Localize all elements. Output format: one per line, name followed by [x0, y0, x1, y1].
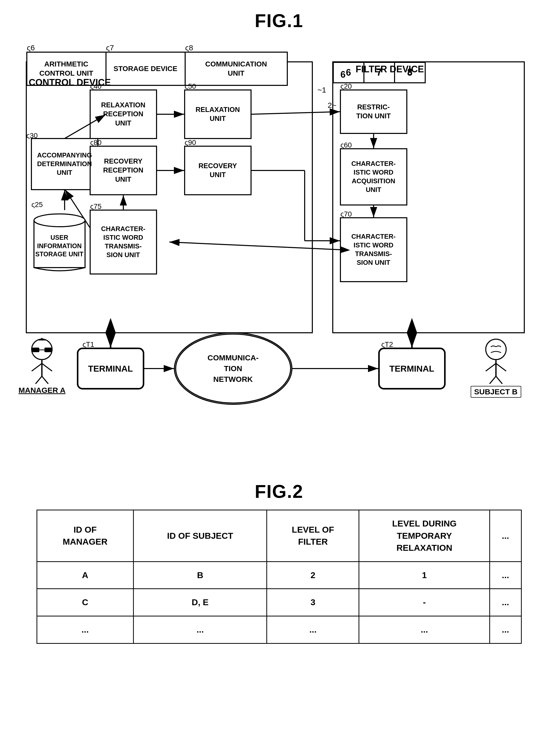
cell-subject-3: ... — [133, 616, 267, 643]
fig1-title: FIG.1 — [0, 0, 558, 36]
col-subject-id: ID OF SUBJECT — [133, 510, 267, 562]
communication-unit-box: COMMUNICATIONUNIT — [185, 52, 287, 86]
svg-rect-70 — [45, 348, 52, 352]
recovery-unit: RECOVERYUNIT — [185, 146, 251, 195]
col-manager-id: ID OFMANAGER — [37, 510, 133, 562]
svg-text:ς60: ς60 — [340, 141, 352, 149]
svg-text:ς90: ς90 — [185, 139, 196, 146]
svg-line-73 — [32, 363, 42, 371]
filter-box-7: 7 — [364, 63, 395, 83]
user-info-storage-unit: USERINFORMATIONSTORAGE UNIT — [31, 210, 87, 276]
svg-line-80 — [486, 363, 496, 371]
subject-label: SUBJECT B — [471, 386, 521, 398]
cell-subject-1: B — [133, 561, 267, 589]
terminal-t2: TERMINAL — [379, 348, 445, 389]
table-row: ... ... ... ... ... — [37, 616, 521, 643]
cell-more-1: ... — [489, 561, 521, 589]
svg-text:ςT1: ςT1 — [82, 340, 94, 348]
svg-text:ς25: ς25 — [31, 201, 43, 209]
svg-rect-6 — [26, 62, 312, 333]
filter-box-6: 6 — [333, 63, 364, 83]
cell-more-3: ... — [489, 616, 521, 643]
svg-line-81 — [496, 363, 506, 371]
svg-line-76 — [42, 376, 48, 384]
cell-manager-3: ... — [37, 616, 133, 643]
svg-line-75 — [35, 376, 42, 384]
relaxation-reception-unit: RELAXATIONRECEPTIONUNIT — [90, 90, 156, 139]
svg-line-38 — [169, 242, 340, 250]
subject-figure: SUBJECT B — [471, 338, 521, 398]
arithmetic-control-unit-box: ARITHMETICCONTROL UNIT — [27, 52, 106, 86]
svg-text:ς6: ς6 — [27, 44, 35, 52]
svg-line-82 — [489, 376, 496, 384]
cell-relax-2: - — [359, 589, 490, 616]
terminal-t1: TERMINAL — [77, 348, 144, 389]
cell-manager-2: C — [37, 589, 133, 616]
restriction-unit: RESTRIC-TION UNIT — [340, 90, 407, 133]
svg-text:ςT2: ςT2 — [381, 340, 393, 348]
fig2-table: ID OFMANAGER ID OF SUBJECT LEVEL OFFILTE… — [36, 510, 522, 644]
cell-more-2: ... — [489, 589, 521, 616]
svg-text:ς20: ς20 — [340, 82, 352, 90]
fig2-container: ID OFMANAGER ID OF SUBJECT LEVEL OFFILTE… — [36, 510, 522, 644]
svg-text:ς7: ς7 — [106, 44, 114, 52]
char-word-acquisition-unit: CHARACTER-ISTIC WORDACQUISITIONUNIT — [340, 149, 407, 205]
svg-point-66 — [34, 214, 85, 227]
fig2-title: FIG.2 — [0, 471, 558, 510]
svg-text:2~: 2~ — [328, 101, 336, 109]
svg-line-32 — [251, 112, 340, 114]
recovery-reception-unit: RECOVERYRECEPTIONUNIT — [90, 146, 156, 195]
svg-rect-69 — [32, 348, 39, 352]
svg-point-78 — [486, 339, 506, 360]
svg-text:ς8: ς8 — [185, 44, 193, 52]
cell-filter-1: 2 — [267, 561, 359, 589]
manager-label: MANAGER A — [19, 386, 66, 395]
svg-text:ς70: ς70 — [340, 210, 352, 218]
manager-figure: MANAGER A — [19, 338, 66, 395]
table-row: C D, E 3 - ... — [37, 589, 521, 616]
col-filter-level: LEVEL OFFILTER — [267, 510, 359, 562]
cell-filter-2: 3 — [267, 589, 359, 616]
svg-text:~1: ~1 — [318, 86, 326, 94]
cell-subject-2: D, E — [133, 589, 267, 616]
char-word-transmission-filter: CHARACTER-ISTIC WORDTRANSMIS-SION UNIT — [340, 218, 407, 282]
storage-device-box: STORAGE DEVICE — [106, 52, 185, 86]
cell-relax-3: ... — [359, 616, 490, 643]
col-relaxation-level: LEVEL DURINGTEMPORARYRELAXATION — [359, 510, 490, 562]
table-header-row: ID OFMANAGER ID OF SUBJECT LEVEL OFFILTE… — [37, 510, 521, 562]
cell-manager-1: A — [37, 561, 133, 589]
cell-relax-1: 1 — [359, 561, 490, 589]
svg-text:ς75: ς75 — [90, 202, 102, 210]
col-more: ... — [489, 510, 521, 562]
cell-filter-3: ... — [267, 616, 359, 643]
table-row: A B 2 1 ... — [37, 561, 521, 589]
communication-network: COMMUNICA-TIONNETWORK — [174, 333, 292, 404]
accompanying-determination-unit: ACCOMPANYINGDETERMINATIONUNIT — [31, 139, 98, 190]
char-word-transmission-ctrl: CHARACTER-ISTIC WORDTRANSMIS-SION UNIT — [90, 210, 156, 274]
filter-box-8: 8 — [395, 63, 425, 83]
svg-line-83 — [496, 376, 502, 384]
svg-line-74 — [42, 363, 52, 371]
relaxation-unit: RELAXATIONUNIT — [185, 90, 251, 139]
fig1-diagram: ς6 ς7 ς8 ς40 ς50 ς30 ς80 ς90 ς25 ς75 ς20… — [11, 36, 547, 471]
